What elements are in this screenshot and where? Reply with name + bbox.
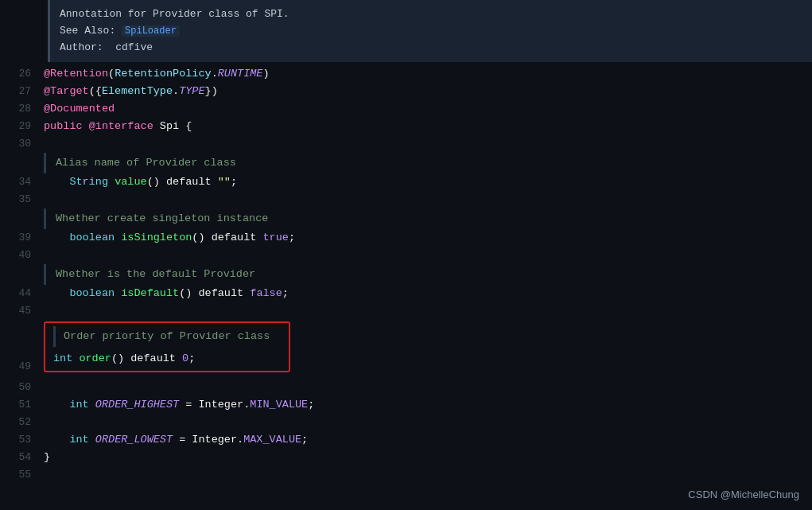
tooltip-line1: Annotation for Provider class of SPI. — [60, 6, 799, 23]
code-line-52: 52 — [0, 414, 812, 431]
code-line-28: 28 @Documented — [0, 100, 812, 118]
line-content-51: int ORDER_HIGHEST = Integer.MIN_VALUE; — [44, 396, 812, 414]
line-num-35: 35 — [0, 191, 44, 208]
line-num-28: 28 — [0, 100, 44, 118]
code-line-54: 54 } — [0, 449, 812, 466]
code-line-39: 39 boolean isSingleton() default true; — [0, 229, 812, 247]
line-num-45: 45 — [0, 302, 44, 320]
javadoc-singleton-text: Whether create singleton instance — [56, 212, 268, 224]
code-line-55: 55 — [0, 466, 812, 484]
line-content-29: public @interface Spi { — [44, 118, 812, 135]
javadoc-default-block: Whether is the default Provider — [44, 264, 812, 285]
code-line-51: 51 int ORDER_HIGHEST = Integer.MIN_VALUE… — [0, 396, 812, 414]
see-also-link[interactable]: SpiLoader — [122, 25, 180, 37]
line-content-53: int ORDER_LOWEST = Integer.MAX_VALUE; — [44, 431, 812, 449]
javadoc-alias-text: Alias name of Provider class — [56, 157, 236, 169]
line-num-53: 53 — [0, 431, 44, 449]
line-content-28: @Documented — [44, 100, 812, 118]
code-line-35: 35 — [0, 191, 812, 208]
line-num-39: 39 — [0, 229, 44, 247]
line-num-44: 44 — [0, 285, 44, 302]
javadoc-default-text: Whether is the default Provider — [56, 268, 255, 280]
tooltip-box: Annotation for Provider class of SPI. Se… — [48, 0, 812, 62]
code-line-27: 27 @Target({ElementType.TYPE}) — [0, 83, 812, 100]
line-num-54: 54 — [0, 449, 44, 466]
javadoc-order-block: Order priority of Provider class — [53, 326, 281, 347]
order-highlight-box: Order priority of Provider class int ord… — [44, 321, 290, 372]
line-num-55: 55 — [0, 466, 44, 484]
line-num-34: 34 — [0, 173, 44, 191]
line-49-inner: int order() default 0; — [53, 350, 281, 368]
line-num-40: 40 — [0, 247, 44, 264]
line-num-50: 50 — [0, 379, 44, 396]
line-num-26: 26 — [0, 65, 44, 83]
code-line-53: 53 int ORDER_LOWEST = Integer.MAX_VALUE; — [0, 431, 812, 449]
line-content-44: boolean isDefault() default false; — [44, 285, 812, 302]
javadoc-singleton-row: Whether create singleton instance — [0, 208, 812, 229]
watermark: CSDN @MichelleChung — [688, 489, 799, 500]
code-line-44: 44 boolean isDefault() default false; — [0, 285, 812, 302]
code-line-40: 40 — [0, 247, 812, 264]
javadoc-alias-row: Alias name of Provider class — [0, 153, 812, 173]
line-num-29: 29 — [0, 118, 44, 135]
javadoc-singleton-block: Whether create singleton instance — [44, 208, 812, 229]
line-content-26: @Retention(RetentionPolicy.RUNTIME) — [44, 65, 812, 83]
line-content-34: String value() default ""; — [44, 173, 812, 191]
line-content-39: boolean isSingleton() default true; — [44, 229, 812, 247]
code-line-26: 26 @Retention(RetentionPolicy.RUNTIME) — [0, 65, 812, 83]
code-line-34: 34 String value() default ""; — [0, 173, 812, 191]
tooltip-see-also: See Also: SpiLoader — [60, 23, 799, 40]
javadoc-order-text: Order priority of Provider class — [64, 330, 270, 342]
line-num-52: 52 — [0, 414, 44, 431]
line-num-27: 27 — [0, 83, 44, 100]
code-line-50: 50 — [0, 379, 812, 396]
code-container: Annotation for Provider class of SPI. Se… — [0, 0, 812, 510]
line-content-27: @Target({ElementType.TYPE}) — [44, 83, 812, 100]
line-content-54: } — [44, 449, 812, 466]
tooltip-author: Author: cdfive — [60, 40, 799, 56]
line-num-30: 30 — [0, 135, 44, 153]
highlight-section: Order priority of Provider class int ord… — [0, 321, 812, 372]
javadoc-default-row: Whether is the default Provider — [0, 264, 812, 285]
code-line-29: 29 public @interface Spi { — [0, 118, 812, 135]
javadoc-alias-block: Alias name of Provider class — [44, 153, 812, 173]
line-num-51: 51 — [0, 396, 44, 414]
code-line-30: 30 — [0, 135, 812, 153]
code-line-45: 45 — [0, 302, 812, 320]
